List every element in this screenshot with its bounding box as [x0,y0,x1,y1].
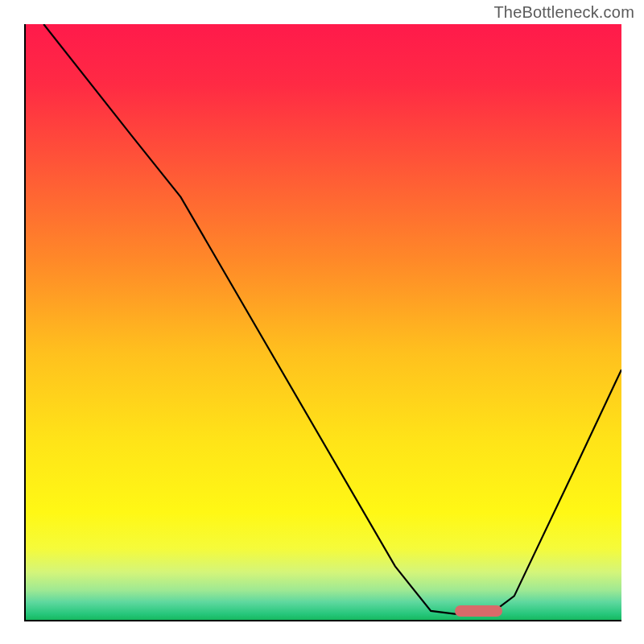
curve-line [26,24,621,620]
chart-container: TheBottleneck.com [0,0,644,644]
watermark-text: TheBottleneck.com [493,3,634,22]
plot-area [24,24,621,621]
optimum-marker [455,605,502,617]
